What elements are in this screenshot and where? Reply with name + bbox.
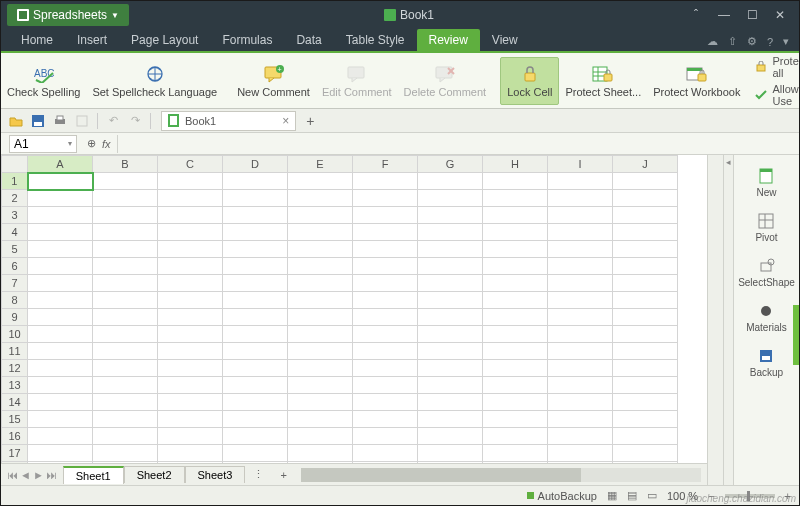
cell[interactable] — [418, 258, 483, 275]
row-header[interactable]: 15 — [2, 411, 28, 428]
cell[interactable] — [418, 445, 483, 462]
column-header[interactable]: H — [483, 156, 548, 173]
cell[interactable] — [353, 309, 418, 326]
row-header[interactable]: 1 — [2, 173, 28, 190]
prev-sheet-icon[interactable]: ◄ — [20, 469, 31, 481]
row-header[interactable]: 3 — [2, 207, 28, 224]
sheet-list-icon[interactable]: ⋮ — [245, 468, 272, 481]
cell[interactable] — [28, 394, 93, 411]
cell[interactable] — [613, 411, 678, 428]
cell[interactable] — [93, 462, 158, 464]
row-header[interactable]: 2 — [2, 190, 28, 207]
column-header[interactable]: A — [28, 156, 93, 173]
cell[interactable] — [353, 377, 418, 394]
cell[interactable] — [93, 377, 158, 394]
row-header[interactable]: 6 — [2, 258, 28, 275]
view-pagebreak-icon[interactable]: ▤ — [627, 489, 637, 502]
tab-formulas[interactable]: Formulas — [210, 29, 284, 51]
cell[interactable] — [158, 360, 223, 377]
cell[interactable] — [613, 462, 678, 464]
cell[interactable] — [353, 258, 418, 275]
cell[interactable] — [28, 411, 93, 428]
cell[interactable] — [288, 394, 353, 411]
cell[interactable] — [288, 309, 353, 326]
app-menu[interactable]: Spreadsheets ▼ — [7, 4, 129, 26]
cell[interactable] — [353, 343, 418, 360]
sheet-tab-1[interactable]: Sheet1 — [63, 466, 124, 484]
protect-workbook-button[interactable]: Protect Workbook — [647, 57, 746, 105]
cell[interactable] — [418, 343, 483, 360]
cell[interactable] — [548, 275, 613, 292]
cell[interactable] — [613, 377, 678, 394]
add-tab-button[interactable]: + — [306, 113, 314, 129]
cell[interactable] — [548, 207, 613, 224]
cell[interactable] — [483, 428, 548, 445]
column-header[interactable]: J — [613, 156, 678, 173]
cell[interactable] — [223, 326, 288, 343]
cell[interactable] — [418, 394, 483, 411]
cell[interactable] — [548, 394, 613, 411]
cell[interactable] — [93, 428, 158, 445]
cell[interactable] — [223, 445, 288, 462]
cell[interactable] — [548, 173, 613, 190]
cell[interactable] — [158, 224, 223, 241]
minimize-button[interactable]: — — [717, 8, 731, 22]
rp-new[interactable]: New — [756, 163, 776, 202]
last-sheet-icon[interactable]: ⏭ — [46, 469, 57, 481]
zoom-level[interactable]: 100 % — [667, 490, 698, 502]
cell[interactable] — [483, 377, 548, 394]
cell[interactable] — [223, 343, 288, 360]
cell[interactable] — [28, 360, 93, 377]
close-button[interactable]: ✕ — [773, 8, 787, 22]
cell[interactable] — [483, 445, 548, 462]
row-header[interactable]: 14 — [2, 394, 28, 411]
cell[interactable] — [418, 224, 483, 241]
protect-sheet-button[interactable]: Protect Sheet... — [559, 57, 647, 105]
cell[interactable] — [223, 309, 288, 326]
cell[interactable] — [353, 428, 418, 445]
row-header[interactable]: 18 — [2, 462, 28, 464]
row-header[interactable]: 13 — [2, 377, 28, 394]
cell[interactable] — [353, 275, 418, 292]
cell[interactable] — [353, 445, 418, 462]
cell[interactable] — [158, 207, 223, 224]
cell[interactable] — [548, 241, 613, 258]
cell[interactable] — [548, 343, 613, 360]
cell[interactable] — [613, 394, 678, 411]
cell[interactable] — [483, 173, 548, 190]
cell[interactable] — [613, 343, 678, 360]
cell[interactable] — [28, 343, 93, 360]
cell[interactable] — [613, 224, 678, 241]
cell[interactable] — [353, 326, 418, 343]
panel-collapse-handle[interactable]: ◂ — [723, 155, 733, 485]
formula-input[interactable] — [117, 135, 799, 153]
cell[interactable] — [28, 309, 93, 326]
cell[interactable] — [223, 173, 288, 190]
cell[interactable] — [418, 428, 483, 445]
cell[interactable] — [93, 173, 158, 190]
cell[interactable] — [288, 462, 353, 464]
cell[interactable] — [613, 190, 678, 207]
name-box[interactable]: A1 ▾ — [9, 135, 77, 153]
cell[interactable] — [418, 326, 483, 343]
cell[interactable] — [288, 173, 353, 190]
rp-materials[interactable]: Materials — [746, 298, 787, 337]
cell[interactable] — [548, 377, 613, 394]
cell[interactable] — [288, 343, 353, 360]
horizontal-scrollbar[interactable] — [301, 468, 701, 482]
add-sheet-button[interactable]: + — [272, 469, 294, 481]
panel-resize-handle[interactable] — [793, 305, 799, 365]
cell[interactable] — [548, 445, 613, 462]
cell[interactable] — [288, 275, 353, 292]
share-icon[interactable]: ⇧ — [728, 35, 737, 48]
cell[interactable] — [613, 428, 678, 445]
cell[interactable] — [223, 275, 288, 292]
cell[interactable] — [288, 190, 353, 207]
tab-home[interactable]: Home — [9, 29, 65, 51]
row-header[interactable]: 17 — [2, 445, 28, 462]
cell[interactable] — [288, 377, 353, 394]
cell[interactable] — [158, 173, 223, 190]
cell[interactable] — [483, 343, 548, 360]
cell[interactable] — [93, 309, 158, 326]
cell[interactable] — [288, 292, 353, 309]
